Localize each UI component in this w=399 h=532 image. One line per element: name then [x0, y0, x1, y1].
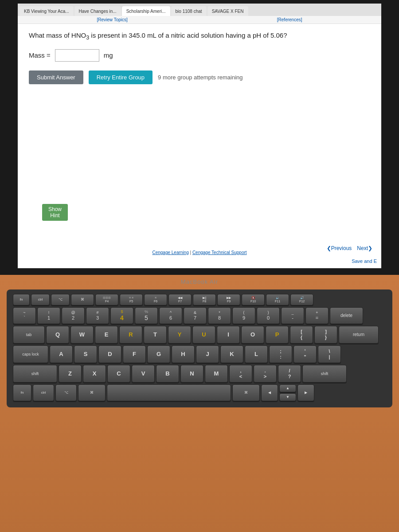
- references-link[interactable]: [References]: [277, 17, 302, 22]
- footer-link-support[interactable]: Cengage Technical Support: [192, 250, 247, 255]
- key-delete[interactable]: delete: [330, 307, 363, 324]
- key-t[interactable]: T: [144, 326, 167, 344]
- question-text-before: What mass of HNO: [29, 31, 86, 39]
- key-f11[interactable]: 🔉 F11: [266, 294, 289, 305]
- key-f7[interactable]: ◀◀ F7: [168, 294, 192, 305]
- key-c[interactable]: C: [107, 365, 130, 383]
- key-o[interactable]: O: [241, 326, 264, 344]
- retry-entire-group-button[interactable]: Retry Entire Group: [89, 70, 153, 84]
- key-3[interactable]: #3: [86, 307, 109, 324]
- key-shift-right[interactable]: shift: [302, 365, 347, 383]
- key-arrow-left[interactable]: ◀: [261, 384, 278, 401]
- key-5[interactable]: %5: [135, 307, 158, 324]
- key-9[interactable]: (9: [232, 307, 255, 324]
- key-space[interactable]: [107, 384, 231, 401]
- macbook-label: MacBook Air: [181, 278, 218, 285]
- key-m[interactable]: M: [205, 365, 228, 383]
- tab-have-changes[interactable]: Have Changes in...: [74, 6, 121, 16]
- key-semicolon[interactable]: ;:: [269, 345, 292, 363]
- key-u[interactable]: U: [192, 326, 215, 344]
- key-q[interactable]: Q: [46, 326, 69, 344]
- key-l[interactable]: L: [245, 345, 268, 363]
- key-0[interactable]: )0: [257, 307, 280, 324]
- footer-link-cengage[interactable]: Cengage Learning: [152, 250, 188, 255]
- key-arrow-up[interactable]: ▲: [279, 384, 296, 392]
- key-s[interactable]: S: [74, 345, 97, 363]
- key-alt-bottom[interactable]: ⌥: [55, 384, 77, 401]
- key-v[interactable]: V: [132, 365, 155, 383]
- key-cmd-left[interactable]: ⌘: [71, 294, 94, 305]
- save-exit-button[interactable]: Save and E: [352, 258, 377, 264]
- qwerty-row: tab Q W E R T Y U I O P [{ ]} return: [13, 326, 386, 344]
- key-equals[interactable]: +=: [305, 307, 329, 324]
- key-e[interactable]: E: [95, 326, 118, 344]
- key-y[interactable]: Y: [168, 326, 191, 344]
- key-8[interactable]: *8: [208, 307, 231, 324]
- key-f12[interactable]: 🔊 F12: [290, 294, 313, 305]
- unit-label: mg: [104, 51, 113, 59]
- key-h[interactable]: H: [172, 345, 195, 363]
- key-minus[interactable]: _-: [281, 307, 304, 324]
- key-2[interactable]: @2: [62, 307, 85, 324]
- main-content: What mass of HNO3 is present in 345.0 mL…: [18, 24, 381, 104]
- key-cmd-right[interactable]: ⌘: [232, 384, 260, 401]
- key-p[interactable]: P: [266, 326, 289, 344]
- key-arrow-right[interactable]: ▶: [297, 384, 314, 401]
- key-f6[interactable]: ☀ F6: [144, 294, 167, 305]
- key-b[interactable]: B: [156, 365, 179, 383]
- key-f8[interactable]: ▶|| F8: [193, 294, 216, 305]
- key-1[interactable]: !1: [37, 307, 60, 324]
- tab-bio-chat[interactable]: bio 1108 chat: [171, 6, 207, 16]
- tab-kb-viewing[interactable]: KB Viewing Your Aca...: [20, 6, 74, 16]
- tab-savage[interactable]: SAVAGE X FEN: [207, 6, 248, 16]
- key-period[interactable]: .>: [254, 365, 277, 383]
- keyboard-section: MacBook Air fn ctrl ⌥ ⌘ ⊞⊞⊞ F4 ☀☀ F5 ☀ F…: [0, 275, 399, 532]
- show-hint-button[interactable]: Show Hint: [42, 204, 68, 221]
- key-4[interactable]: $4: [110, 307, 133, 324]
- key-tab[interactable]: tab: [13, 326, 45, 344]
- key-f4[interactable]: ⊞⊞⊞ F4: [95, 294, 118, 305]
- submit-answer-button[interactable]: Submit Answer: [29, 70, 83, 84]
- key-g[interactable]: G: [147, 345, 170, 363]
- key-ctrl-bottom[interactable]: ctrl: [33, 384, 54, 401]
- key-f5[interactable]: ☀☀ F5: [120, 294, 143, 305]
- screen-bezel: KB Viewing Your Aca... Have Changes in..…: [0, 0, 399, 282]
- key-shift-left[interactable]: shift: [13, 365, 57, 383]
- key-x[interactable]: X: [83, 365, 106, 383]
- key-backslash[interactable]: \|: [318, 345, 341, 363]
- key-w[interactable]: W: [70, 326, 94, 344]
- key-fn-bottom[interactable]: fn: [13, 384, 31, 401]
- key-f[interactable]: F: [123, 345, 146, 363]
- key-r[interactable]: R: [119, 326, 142, 344]
- buttons-row: Submit Answer Retry Entire Group 9 more …: [29, 70, 370, 84]
- key-ctrl[interactable]: ctrl: [31, 294, 50, 305]
- key-arrow-down[interactable]: ▼: [279, 393, 296, 401]
- mass-input[interactable]: [55, 49, 99, 62]
- key-rbracket[interactable]: ]}: [314, 326, 337, 344]
- key-return[interactable]: return: [339, 326, 379, 344]
- key-backtick[interactable]: ~`: [13, 307, 36, 324]
- key-alt-left[interactable]: ⌥: [51, 294, 70, 305]
- tab-scholarship[interactable]: Scholarship Ameri...: [122, 6, 170, 16]
- key-quote[interactable]: '": [293, 345, 317, 363]
- key-z[interactable]: Z: [59, 365, 82, 383]
- key-comma[interactable]: ,<: [229, 365, 252, 383]
- key-j[interactable]: J: [196, 345, 219, 363]
- key-cmd-bottom[interactable]: ⌘: [78, 384, 106, 401]
- zxcv-row: shift Z X C V B N M ,< .> /? shift: [13, 365, 386, 383]
- key-n[interactable]: N: [180, 365, 203, 383]
- key-lbracket[interactable]: [{: [290, 326, 313, 344]
- key-fn[interactable]: fn: [13, 294, 30, 305]
- key-f10[interactable]: 🔇 F10: [242, 294, 265, 305]
- key-caps-lock[interactable]: caps lock: [13, 345, 48, 363]
- key-d[interactable]: D: [98, 345, 121, 363]
- review-topics-link[interactable]: [Review Topics]: [97, 17, 128, 22]
- key-i[interactable]: I: [217, 326, 240, 344]
- key-f9[interactable]: ▶▶ F9: [217, 294, 240, 305]
- key-slash[interactable]: /?: [278, 365, 301, 383]
- key-a[interactable]: A: [50, 345, 73, 363]
- key-7[interactable]: &7: [184, 307, 207, 324]
- footer: Cengage Learning | Cengage Technical Sup…: [18, 250, 381, 255]
- key-6[interactable]: ^6: [159, 307, 182, 324]
- key-k[interactable]: K: [220, 345, 243, 363]
